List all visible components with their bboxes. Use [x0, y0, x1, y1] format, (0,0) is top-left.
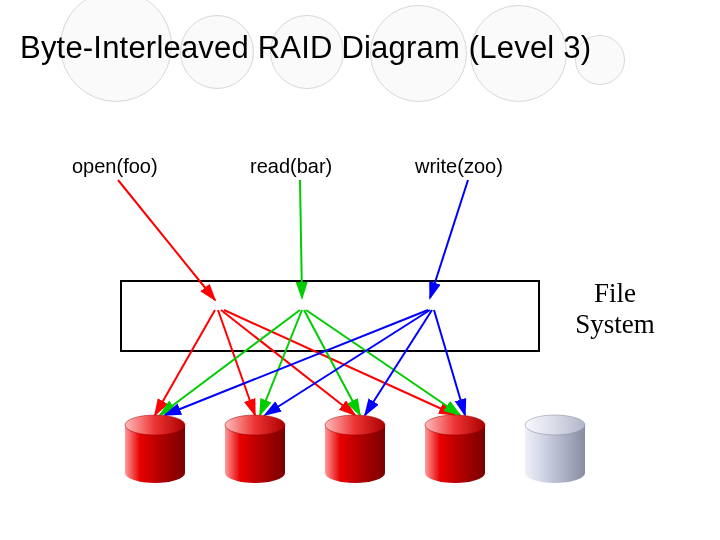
svg-point-26: [425, 415, 485, 435]
svg-rect-21: [325, 425, 385, 473]
file-system-label: File System: [560, 278, 670, 340]
svg-point-16: [125, 463, 185, 483]
op-read-label: read(bar): [250, 155, 332, 178]
disk-data-1: [125, 415, 185, 483]
svg-rect-24: [425, 425, 485, 473]
disk-data-3: [325, 415, 385, 483]
svg-rect-27: [525, 425, 585, 473]
fs-label-line1: File: [594, 278, 636, 308]
file-system-box: [120, 280, 540, 352]
svg-point-17: [125, 415, 185, 435]
svg-point-19: [225, 463, 285, 483]
disk-data-4: [425, 415, 485, 483]
svg-rect-15: [125, 425, 185, 473]
op-write-label: write(zoo): [415, 155, 503, 178]
svg-rect-18: [225, 425, 285, 473]
svg-point-20: [225, 415, 285, 435]
fs-label-line2: System: [575, 309, 655, 339]
slide-title: Byte-Interleaved RAID Diagram (Level 3): [20, 30, 591, 66]
svg-point-23: [325, 415, 385, 435]
disk-parity: [525, 415, 585, 483]
svg-point-28: [525, 463, 585, 483]
svg-point-22: [325, 463, 385, 483]
disk-data-2: [225, 415, 285, 483]
op-open-label: open(foo): [72, 155, 158, 178]
svg-point-25: [425, 463, 485, 483]
svg-point-29: [525, 415, 585, 435]
